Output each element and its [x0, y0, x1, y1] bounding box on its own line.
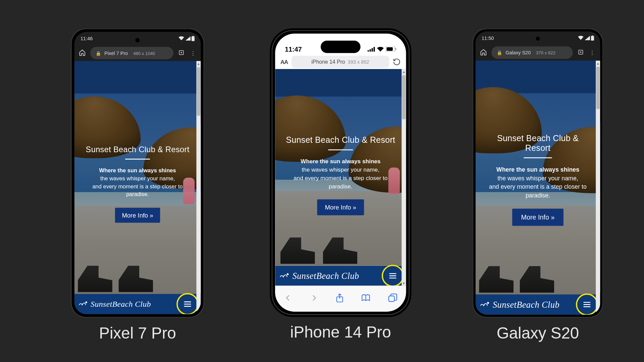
chair-graphic	[323, 237, 358, 264]
front-camera-icon	[536, 37, 540, 41]
scrollbar[interactable]: ▲ ▼	[196, 61, 201, 314]
hero-section: Sunset Beach Club & Resort Where the sun…	[275, 69, 406, 266]
logo-text: SunsetBeach Club	[91, 299, 151, 309]
scroll-down-icon[interactable]: ▼	[401, 281, 406, 286]
hardware-button	[410, 101, 411, 132]
scroll-up-icon[interactable]: ▲	[596, 61, 600, 66]
address-text: Galaxy S20	[505, 50, 531, 55]
home-icon[interactable]	[79, 49, 86, 57]
svg-point-17	[487, 302, 489, 304]
menu-button-wrap	[578, 296, 596, 313]
wifi-icon	[578, 36, 584, 40]
lock-icon: 🔒	[96, 51, 101, 56]
address-field[interactable]: iPhone 14 Pro 393 x 852	[291, 56, 389, 68]
reload-icon[interactable]	[393, 58, 401, 66]
hamburger-menu-button[interactable]	[578, 296, 596, 313]
wave-icon	[279, 271, 290, 281]
wave-icon	[79, 299, 89, 309]
hamburger-menu-button[interactable]	[179, 295, 197, 313]
chair-graphic	[280, 237, 315, 264]
share-icon[interactable]	[335, 293, 344, 304]
kebab-menu-icon[interactable]: ⋮	[189, 50, 196, 56]
more-info-button[interactable]: More Info »	[317, 199, 364, 215]
address-dimensions: 393 x 852	[348, 59, 369, 65]
svg-rect-6	[372, 48, 373, 52]
tabs-icon[interactable]	[388, 294, 397, 304]
dynamic-island-icon	[321, 41, 361, 53]
status-time: 11:46	[80, 36, 93, 41]
address-dimensions: 370 x 822	[536, 50, 555, 55]
site-logo[interactable]: SunsetBeach Club	[79, 299, 151, 309]
device-screen: 11:47 AA iPhone 14 Pro 393 x 852	[275, 34, 406, 311]
address-text: iPhone 14 Pro	[312, 59, 345, 65]
scroll-up-icon[interactable]: ▲	[401, 69, 406, 74]
new-tab-icon[interactable]	[178, 50, 185, 57]
web-viewport[interactable]: Sunset Beach Club & Resort Where the sun…	[275, 69, 406, 286]
hero-divider	[125, 159, 150, 160]
svg-rect-1	[193, 36, 194, 37]
web-page: Sunset Beach Club & Resort Where the sun…	[74, 61, 201, 314]
hero-title: Sunset Beach Club & Resort	[283, 135, 398, 145]
chrome-url-bar: 🔒 Pixel 7 Pro 480 x 1040 ⋮	[74, 45, 201, 61]
web-viewport[interactable]: Sunset Beach Club & Resort Where the sun…	[74, 61, 201, 314]
scroll-thumb[interactable]	[402, 75, 406, 119]
scroll-down-icon[interactable]: ▼	[196, 309, 201, 314]
safari-url-bar: AA iPhone 14 Pro 393 x 852	[275, 54, 406, 70]
cellular-icon	[585, 36, 590, 40]
device-pixel7pro: 11:46 🔒 Pixel 7 Pro 480 x 1040	[71, 28, 204, 343]
hero-title: Sunset Beach Club & Resort	[82, 145, 193, 155]
status-icons	[368, 46, 396, 53]
device-caption: Galaxy S20	[472, 324, 603, 343]
scrollbar[interactable]: ▲ ▼	[596, 61, 600, 315]
chair-graphic	[78, 266, 112, 292]
device-screen: 11:46 🔒 Pixel 7 Pro 480 x 1040	[74, 32, 201, 314]
site-logo[interactable]: SunsetBeach Club	[279, 271, 359, 281]
web-viewport[interactable]: Sunset Beach Club & Resort Where the sun…	[476, 61, 600, 315]
device-screen: 11:50 🔒 Galaxy S20 370 x 822	[476, 32, 600, 315]
status-icons	[578, 35, 594, 41]
site-bottom-bar: SunsetBeach Club	[74, 294, 201, 314]
device-frame: 11:50 🔒 Galaxy S20 370 x 822	[472, 28, 603, 318]
svg-point-3	[86, 301, 87, 303]
more-info-button[interactable]: More Info »	[512, 209, 564, 226]
address-field[interactable]: 🔒 Galaxy S20 370 x 822	[491, 46, 573, 59]
scrollbar[interactable]: ▲ ▼	[401, 69, 406, 286]
address-dimensions: 480 x 1040	[133, 51, 155, 56]
site-bottom-bar: SunsetBeach Club	[476, 294, 600, 315]
device-frame: 11:47 AA iPhone 14 Pro 393 x 852	[270, 28, 411, 317]
bookmarks-icon[interactable]	[361, 294, 371, 304]
safari-toolbar	[275, 286, 406, 312]
hero-divider	[524, 157, 552, 158]
text-size-icon[interactable]: AA	[280, 59, 288, 65]
site-logo[interactable]: SunsetBeach Club	[480, 299, 559, 309]
site-bottom-bar: SunsetBeach Club	[275, 266, 406, 286]
hero-text: Sunset Beach Club & Resort Where the sun…	[275, 135, 406, 216]
menu-button-wrap	[179, 295, 197, 313]
new-tab-icon[interactable]	[577, 49, 584, 56]
chair-graphic	[118, 266, 153, 292]
svg-rect-9	[387, 47, 393, 51]
svg-point-11	[287, 273, 289, 275]
front-camera-icon	[136, 38, 140, 42]
device-frame: 11:46 🔒 Pixel 7 Pro 480 x 1040	[71, 28, 204, 318]
scroll-down-icon[interactable]: ▼	[596, 309, 600, 315]
battery-icon	[591, 35, 594, 41]
hero-text: Sunset Beach Club & Resort Where the sun…	[476, 133, 600, 226]
scroll-thumb[interactable]	[596, 67, 600, 109]
back-icon[interactable]	[284, 294, 292, 304]
logo-text: SunsetBeach Club	[292, 271, 359, 281]
svg-rect-4	[368, 50, 369, 52]
lock-icon: 🔒	[497, 50, 502, 55]
chair-graphic	[520, 266, 554, 293]
scroll-thumb[interactable]	[197, 67, 201, 116]
hamburger-menu-button[interactable]	[384, 267, 402, 285]
home-icon[interactable]	[480, 49, 487, 57]
svg-rect-7	[374, 47, 375, 52]
hero-tagline: Where the sun always shines the waves wh…	[82, 167, 193, 199]
address-field[interactable]: 🔒 Pixel 7 Pro 480 x 1040	[90, 47, 173, 59]
scroll-up-icon[interactable]: ▲	[196, 61, 201, 66]
device-caption: iPhone 14 Pro	[270, 323, 411, 342]
more-info-button[interactable]: More Info »	[115, 207, 160, 223]
kebab-menu-icon[interactable]: ⋮	[589, 50, 596, 55]
forward-icon[interactable]	[310, 294, 318, 304]
